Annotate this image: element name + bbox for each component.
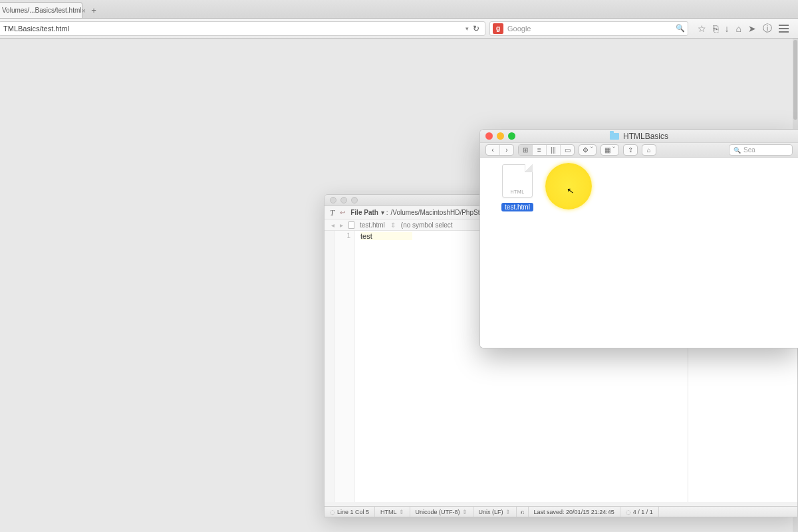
updown-icon[interactable]: ⇕ (390, 221, 396, 229)
line-number: 1 (335, 232, 350, 239)
menu-icon[interactable] (779, 25, 789, 33)
arrange-button[interactable]: ▦ˇ (600, 144, 618, 156)
new-tab-button[interactable]: + (86, 4, 101, 16)
icon-view-button[interactable]: ⊞ (519, 145, 533, 155)
minimize-traffic-icon[interactable] (497, 132, 504, 140)
forward-icon[interactable]: ▸ (340, 221, 343, 229)
finder-window: HTMLBasics ‹ › ⊞ ≡ ||| ▭ ⚙ˇ ▦ˇ ⇪ ⌂ 🔍 Sea… (479, 129, 798, 348)
code-line: test (360, 232, 412, 240)
url-input[interactable]: TMLBasics/test.html ▾ ↻ (0, 21, 485, 36)
close-traffic-icon[interactable] (485, 132, 493, 140)
status-saved: Last saved: 20/01/15 21:24:45 (529, 507, 620, 517)
back-button[interactable]: ‹ (486, 145, 500, 155)
column-view-button[interactable]: ||| (547, 145, 561, 155)
grid-icon: ▦ (604, 146, 610, 154)
action-menu-button[interactable]: ⚙ˇ (579, 144, 597, 156)
browser-toolbar: TMLBasics/test.html ▾ ↻ g Google 🔍 ☆ ⎘ ↓… (0, 19, 798, 39)
close-icon[interactable]: × (82, 7, 86, 15)
google-badge-icon: g (493, 23, 503, 34)
line-gutter: 1 (335, 231, 355, 502)
traffic-dot[interactable] (340, 197, 347, 203)
status-icon[interactable]: ⎌ (517, 507, 529, 517)
view-segment: ⊞ ≡ ||| ▭ (518, 144, 575, 156)
document-icon (348, 221, 354, 229)
finder-toolbar: ‹ › ⊞ ≡ ||| ▭ ⚙ˇ ▦ˇ ⇪ ⌂ 🔍 Sea (480, 143, 798, 158)
forward-button[interactable]: › (500, 145, 513, 155)
tab-title: Volumes/...Basics/test.html (2, 7, 82, 14)
search-icon: 🔍 (733, 147, 741, 154)
wrap-icon[interactable]: ↩ (340, 209, 345, 216)
chevron-down-icon[interactable]: ▾ (466, 25, 471, 32)
search-input[interactable]: g Google 🔍 (489, 21, 688, 36)
info-icon[interactable]: ⓘ (763, 23, 772, 35)
list-view-button[interactable]: ≡ (533, 145, 547, 155)
url-text: TMLBasics/test.html (3, 25, 69, 33)
text-tool-icon[interactable]: T (330, 207, 334, 218)
cursor-icon: ↖ (566, 185, 575, 196)
nav-segment: ‹ › (485, 144, 514, 156)
scrollbar-thumb[interactable] (793, 40, 797, 120)
traffic-dot[interactable] (330, 197, 336, 203)
search-icon[interactable]: 🔍 (676, 24, 685, 33)
traffic-dot[interactable] (351, 197, 358, 203)
status-bar: ◌Line 1 Col 5 HTML⇕ Unicode (UTF-8)⇕ Uni… (325, 506, 797, 517)
file-name[interactable]: test.html (501, 203, 533, 211)
back-icon[interactable]: ◂ (331, 221, 334, 229)
file-path-label: File Path (350, 209, 378, 216)
cover-view-button[interactable]: ▭ (561, 145, 574, 155)
share-icon: ⇪ (628, 146, 633, 154)
status-counts: ◌4 / 1 / 1 (620, 507, 659, 517)
status-language[interactable]: HTML⇕ (375, 507, 410, 517)
file-item[interactable]: HTML test.html (500, 164, 535, 212)
download-icon[interactable]: ↓ (725, 23, 730, 34)
toolbar-icons: ☆ ⎘ ↓ ⌂ ➤ ⓘ (692, 23, 794, 35)
finder-title: HTMLBasics (623, 132, 668, 141)
tags-button[interactable]: ⌂ (642, 144, 656, 156)
spinner-icon: ◌ (330, 509, 335, 515)
crumb-file[interactable]: test.html (360, 221, 385, 229)
finder-titlebar[interactable]: HTMLBasics (480, 130, 798, 143)
status-lineend[interactable]: Unix (LF)⇕ (473, 507, 517, 517)
zoom-traffic-icon[interactable] (508, 132, 515, 140)
file-path-value: /Volumes/MacintoshHD/PhpStorm (390, 209, 491, 216)
chevron-down-icon: ▾ : (381, 209, 388, 216)
browser-tab[interactable]: Volumes/...Basics/test.html × (0, 2, 82, 18)
search-placeholder: Sea (743, 146, 755, 154)
status-encoding[interactable]: Unicode (UTF-8)⇕ (410, 507, 473, 517)
send-icon[interactable]: ➤ (748, 23, 756, 34)
home-icon[interactable]: ⌂ (736, 23, 741, 34)
finder-search-input[interactable]: 🔍 Sea (729, 144, 793, 156)
reload-icon[interactable]: ↻ (471, 24, 481, 33)
share-button[interactable]: ⇪ (623, 144, 638, 156)
finder-body[interactable]: HTML test.html (480, 158, 798, 348)
search-placeholder: Google (507, 25, 531, 33)
folder-icon (610, 133, 619, 140)
status-position: Line 1 Col 5 (337, 509, 369, 515)
tag-icon: ⌂ (647, 146, 651, 154)
file-icon: HTML (502, 164, 533, 198)
star-icon[interactable]: ☆ (698, 23, 706, 34)
crumb-symbol: (no symbol select (401, 221, 453, 229)
file-type-label: HTML (503, 190, 532, 194)
file-path[interactable]: File Path ▾ : /Volumes/MacintoshHD/PhpSt… (350, 209, 491, 216)
clipboard-icon[interactable]: ⎘ (713, 23, 718, 34)
gear-icon: ⚙ (583, 146, 589, 154)
tab-strip: Volumes/...Basics/test.html × + (0, 0, 798, 19)
fold-gutter (325, 231, 335, 502)
